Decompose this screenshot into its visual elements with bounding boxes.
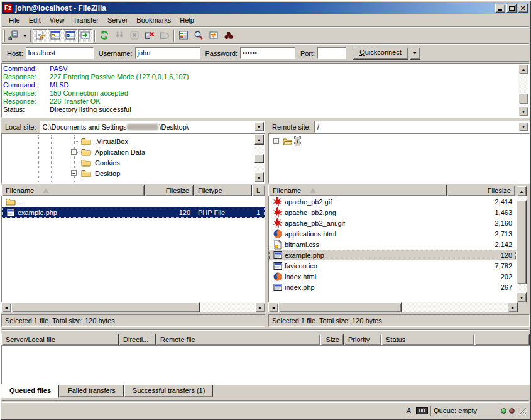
- refresh-button[interactable]: [97, 29, 112, 43]
- column-header-filename[interactable]: Filename: [268, 185, 447, 196]
- scrollbar-thumb[interactable]: [254, 154, 264, 163]
- title-bar[interactable]: Fz john@localhost - FileZilla ✕: [2, 2, 529, 14]
- close-button[interactable]: ✕: [518, 4, 528, 13]
- expand-toggle[interactable]: +: [273, 138, 279, 144]
- tree-item-desktop[interactable]: Desktop: [81, 168, 122, 179]
- scroll-right-button[interactable]: ►: [255, 302, 265, 312]
- port-input[interactable]: [317, 47, 346, 59]
- log-line: Response:226 Transfer OK: [3, 97, 518, 106]
- scroll-up-button[interactable]: ▲: [518, 64, 528, 74]
- directory-comparison-button[interactable]: [191, 29, 206, 43]
- process-queue-button[interactable]: [112, 29, 127, 43]
- menu-view[interactable]: View: [45, 15, 69, 25]
- log-line: Response:150 Connection accepted: [3, 89, 518, 97]
- file-row-index-php[interactable]: index.php267: [269, 282, 516, 292]
- file-row-bitnami-css[interactable]: bitnami.css2,142: [269, 239, 516, 250]
- tab-failed-transfers[interactable]: Failed transfers: [60, 385, 124, 397]
- quickconnect-button[interactable]: Quickconnect: [353, 47, 408, 60]
- toggle-local-tree-button[interactable]: [48, 29, 63, 43]
- menu-server[interactable]: Server: [103, 15, 132, 25]
- resize-grip[interactable]: [518, 407, 527, 415]
- splitter[interactable]: [2, 329, 529, 331]
- file-row-example-php[interactable]: example.php120PHP File1: [2, 207, 265, 218]
- scroll-right-button[interactable]: ►: [508, 302, 518, 312]
- menu-edit[interactable]: Edit: [25, 15, 45, 25]
- username-input[interactable]: john: [135, 47, 200, 59]
- speed-limit-icon[interactable]: [416, 407, 428, 414]
- scroll-up-button[interactable]: ▲: [254, 135, 264, 145]
- menu-bookmarks[interactable]: Bookmarks: [132, 15, 175, 25]
- scroll-left-button[interactable]: ◄: [1, 302, 11, 312]
- scroll-down-button[interactable]: ▼: [518, 106, 528, 116]
- column-header-filetype[interactable]: Filetype: [194, 185, 252, 196]
- column-header-status[interactable]: Status: [381, 334, 474, 345]
- minimize-button[interactable]: [495, 4, 505, 13]
- scroll-up-button[interactable]: ▲: [517, 186, 527, 196]
- tree-item-application-data[interactable]: Application Data: [81, 146, 147, 157]
- column-header-filesize[interactable]: Filesize: [145, 185, 194, 196]
- scroll-down-button[interactable]: ▼: [517, 292, 527, 302]
- file-cell-text: 1: [256, 209, 260, 216]
- quickconnect-dropdown-arrow-icon[interactable]: ▼: [410, 47, 420, 60]
- column-header-directi---[interactable]: Directi...: [119, 334, 156, 345]
- menu-file[interactable]: File: [4, 15, 25, 25]
- transfer-type-icon[interactable]: A: [404, 406, 413, 416]
- column-header-remote-file[interactable]: Remote file: [156, 334, 320, 345]
- remote-path-combobox[interactable]: / ▼: [314, 121, 530, 133]
- toggle-remote-tree-button[interactable]: [63, 29, 78, 43]
- site-manager-button[interactable]: [6, 29, 21, 43]
- file-cell: 2,414: [447, 196, 516, 207]
- local-path-combobox[interactable]: C:\Documents and Settings\Desktop\ ▼: [40, 121, 265, 133]
- menu-help[interactable]: Help: [175, 15, 199, 25]
- column-header-filesize[interactable]: Filesize: [447, 185, 515, 196]
- file-row-applications-html[interactable]: applications.html2,713: [269, 228, 516, 239]
- file-row-favicon-ico[interactable]: favicon.ico7,782: [269, 260, 516, 271]
- file-row-index-html[interactable]: index.html202: [269, 271, 516, 282]
- file-row---[interactable]: ..: [2, 196, 265, 207]
- local-status-text: Selected 1 file. Total size: 120 bytes: [1, 314, 265, 327]
- password-input[interactable]: ••••••: [240, 47, 295, 59]
- scrollbar-thumb[interactable]: [11, 302, 200, 312]
- file-row-apache-pb2-ani-gif[interactable]: apache_pb2_ani.gif2,160: [269, 218, 516, 228]
- tree-item-root[interactable]: /: [283, 136, 300, 146]
- tree-item-label: Cookies: [93, 158, 122, 167]
- tree-item-cookies[interactable]: Cookies: [81, 157, 122, 168]
- cancel-operation-button[interactable]: [127, 29, 142, 43]
- maximize-button[interactable]: [506, 4, 517, 13]
- menu-bar: FileEditViewTransferServerBookmarksHelp: [2, 14, 529, 26]
- toggle-message-log-button[interactable]: [33, 29, 48, 43]
- file-row-example-php[interactable]: example.php120: [269, 250, 516, 260]
- scrollbar-thumb[interactable]: [518, 93, 528, 104]
- expand-toggle[interactable]: +: [71, 149, 77, 155]
- file-cell: 2,142: [447, 239, 516, 250]
- column-header-priority[interactable]: Priority: [344, 334, 381, 345]
- scrollbar-thumb[interactable]: [517, 200, 527, 284]
- apache-icon: [273, 197, 283, 207]
- dropdown-arrow-icon[interactable]: ▼: [518, 122, 528, 131]
- column-header-blank[interactable]: [474, 334, 530, 345]
- find-files-button[interactable]: [221, 29, 236, 43]
- column-header-l[interactable]: L: [252, 185, 265, 196]
- host-input[interactable]: localhost: [26, 47, 94, 59]
- scrollbar-thumb[interactable]: [278, 302, 402, 312]
- tab-queued-files[interactable]: Queued files: [1, 385, 59, 398]
- directory-filters-button[interactable]: [176, 29, 191, 43]
- file-row-apache-pb2-png[interactable]: apache_pb2.png1,463: [269, 207, 516, 218]
- tree-item--virtualbox[interactable]: .VirtualBox: [81, 136, 130, 146]
- column-header-filename[interactable]: Filename: [1, 185, 145, 196]
- tab-successful-transfers--1-[interactable]: Successful transfers (1): [124, 385, 214, 397]
- column-header-server-local-file[interactable]: Server/Local file: [1, 334, 119, 345]
- scroll-down-button[interactable]: ▼: [254, 172, 264, 182]
- column-header-size[interactable]: Size: [320, 334, 344, 345]
- disconnect-button[interactable]: [142, 29, 157, 43]
- dropdown-arrow-icon[interactable]: ▼: [254, 122, 264, 131]
- toolbar-gripper[interactable]: [3, 30, 5, 42]
- reconnect-button[interactable]: [157, 29, 172, 43]
- toggle-transfer-queue-button[interactable]: [78, 29, 93, 43]
- synchronized-browsing-button[interactable]: [206, 29, 221, 43]
- file-row-apache-pb2-gif[interactable]: apache_pb2.gif2,414: [269, 196, 516, 207]
- collapse-toggle[interactable]: −: [71, 170, 77, 176]
- site-manager-dropdown-arrow-icon[interactable]: ▼: [21, 29, 29, 43]
- scroll-left-button[interactable]: ◄: [268, 302, 278, 312]
- menu-transfer[interactable]: Transfer: [68, 15, 103, 25]
